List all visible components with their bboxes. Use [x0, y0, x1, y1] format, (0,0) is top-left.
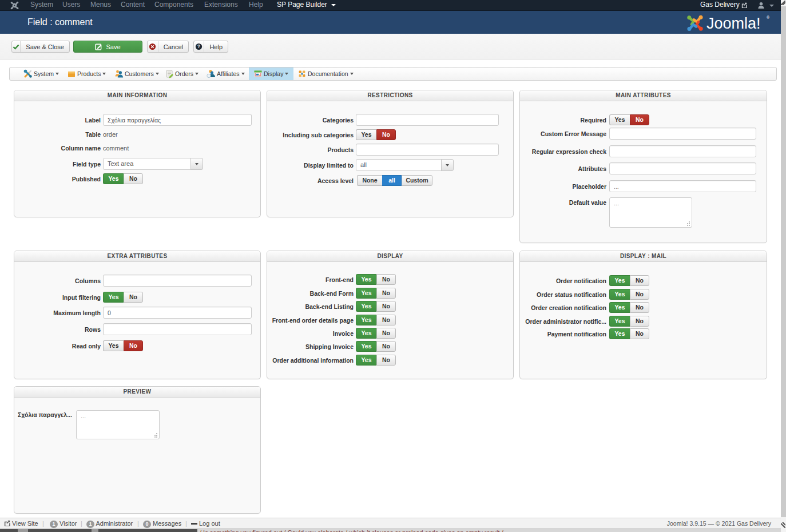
- svg-text:?: ?: [197, 43, 200, 49]
